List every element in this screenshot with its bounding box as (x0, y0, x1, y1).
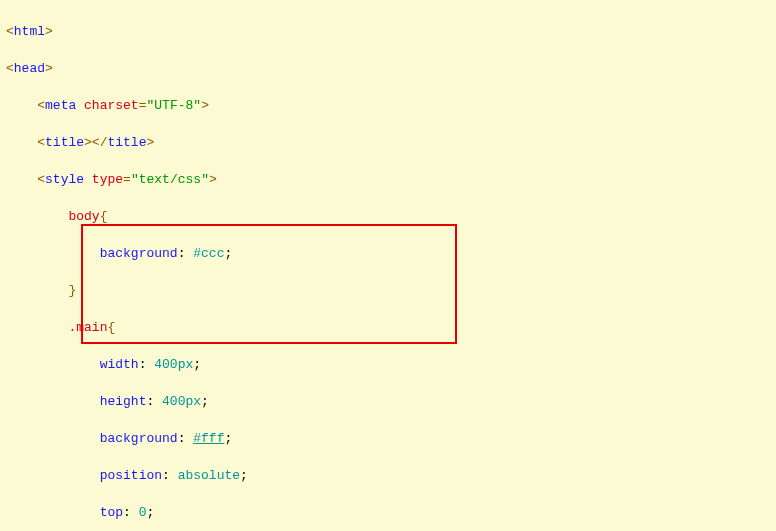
colon: : (162, 468, 178, 483)
quote: " (193, 98, 201, 113)
space (76, 98, 84, 113)
semi: ; (240, 468, 248, 483)
code-line: body{ (6, 208, 776, 227)
bracket: < (6, 61, 14, 76)
prop-height: height (100, 394, 147, 409)
value: UTF-8 (154, 98, 193, 113)
colon: : (178, 246, 194, 261)
bracket: > (45, 24, 53, 39)
code-line: top: 0; (6, 504, 776, 523)
brace: } (68, 283, 76, 298)
selector-main: main (76, 320, 107, 335)
value: absolute (178, 468, 240, 483)
bracket: < (37, 135, 45, 150)
prop-background: background (100, 431, 178, 446)
semi: ; (193, 357, 201, 372)
attr-type: type (92, 172, 123, 187)
semi: ; (224, 246, 232, 261)
code-line: height: 400px; (6, 393, 776, 412)
tag-head: head (14, 61, 45, 76)
brace: { (100, 209, 108, 224)
tag-title: title (45, 135, 84, 150)
code-line: background: #ccc; (6, 245, 776, 264)
code-line: <html> (6, 23, 776, 42)
semi: ; (224, 431, 232, 446)
bracket: > (45, 61, 53, 76)
code-line: <style type="text/css"> (6, 171, 776, 190)
bracket: > (146, 135, 154, 150)
eq: = (123, 172, 131, 187)
brace: { (107, 320, 115, 335)
code-line: <meta charset="UTF-8"> (6, 97, 776, 116)
value: 400px (162, 394, 201, 409)
prop-top: top (100, 505, 123, 520)
colon: : (139, 357, 155, 372)
code-line: <title></title> (6, 134, 776, 153)
value: #fff (193, 431, 224, 446)
prop-position: position (100, 468, 162, 483)
semi: ; (146, 505, 154, 520)
attr-charset: charset (84, 98, 139, 113)
bracket: < (37, 98, 45, 113)
value: #ccc (193, 246, 224, 261)
bracket: > (209, 172, 217, 187)
value: 400px (154, 357, 193, 372)
code-line: } (6, 282, 776, 301)
quote: " (201, 172, 209, 187)
tag-html: html (14, 24, 45, 39)
semi: ; (201, 394, 209, 409)
code-line: <head> (6, 60, 776, 79)
colon: : (123, 505, 139, 520)
code-line: width: 400px; (6, 356, 776, 375)
bracket: < (37, 172, 45, 187)
tag-style: style (45, 172, 84, 187)
space (84, 172, 92, 187)
colon: : (178, 431, 194, 446)
bracket: > (84, 135, 92, 150)
quote: " (131, 172, 139, 187)
code-line: .main{ (6, 319, 776, 338)
bracket: </ (92, 135, 108, 150)
code-block: <html> <head> <meta charset="UTF-8"> <ti… (0, 0, 776, 531)
tag-meta: meta (45, 98, 76, 113)
prop-background: background (100, 246, 178, 261)
code-line: position: absolute; (6, 467, 776, 486)
tag-title: title (107, 135, 146, 150)
colon: : (146, 394, 162, 409)
bracket: > (201, 98, 209, 113)
selector-body: body (68, 209, 99, 224)
code-line: background: #fff; (6, 430, 776, 449)
prop-width: width (100, 357, 139, 372)
value: text/css (139, 172, 201, 187)
bracket: < (6, 24, 14, 39)
